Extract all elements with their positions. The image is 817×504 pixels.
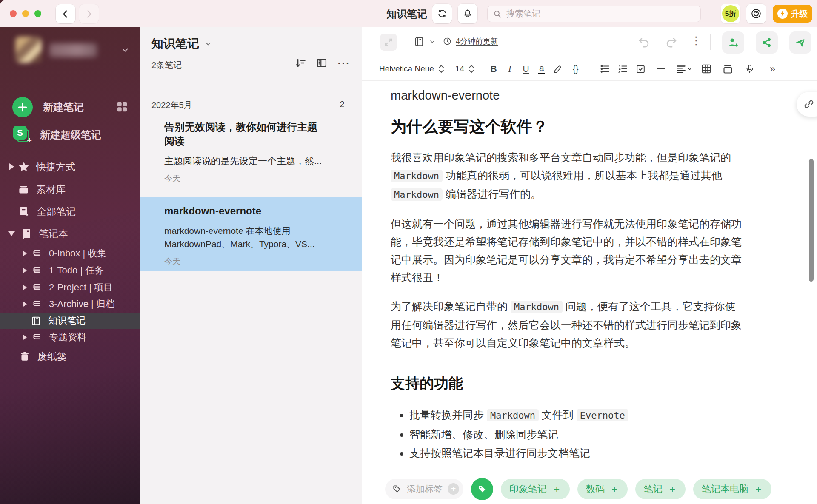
notebook-stack-icon: [31, 299, 42, 310]
note-title[interactable]: markdown-evernote: [391, 88, 746, 103]
plus-icon: ＋: [552, 483, 561, 495]
bold-button[interactable]: B: [486, 64, 502, 74]
add-tag-placeholder: 添加标签: [407, 483, 443, 495]
back-button[interactable]: [56, 4, 75, 23]
sort-icon[interactable]: [294, 57, 306, 69]
tag-suggestion[interactable]: 笔记＋: [635, 479, 686, 499]
editor-scrollbar[interactable]: [809, 159, 814, 282]
publish-button[interactable]: [789, 31, 811, 54]
bell-icon: [463, 9, 473, 19]
caret-right-icon[interactable]: [9, 163, 14, 170]
notifications-button[interactable]: [458, 4, 477, 23]
note-list-title[interactable]: 知识笔记: [151, 36, 212, 52]
new-super-note-button[interactable]: S + 新建超级笔记: [0, 124, 140, 145]
align-button[interactable]: [672, 63, 697, 74]
expand-note-button[interactable]: [380, 34, 397, 51]
stepper-icon[interactable]: [468, 65, 474, 73]
microphone-button[interactable]: [740, 64, 760, 74]
notebook-stack-icon: [31, 265, 42, 276]
close-window-button[interactable]: [10, 10, 17, 17]
redo-icon[interactable]: [665, 36, 678, 48]
sync-button[interactable]: [432, 4, 452, 23]
discount-badge-button[interactable]: 5折: [721, 4, 740, 23]
note-document[interactable]: markdown-evernote 为什么要写这个软件？ 我很喜欢用印象笔记的搜…: [391, 83, 746, 462]
caret-right-icon[interactable]: [23, 301, 27, 307]
plus-icon: ＋: [668, 483, 677, 495]
note-list-item-selected[interactable]: markdown-evernote markdown-evernote 在本地使…: [140, 197, 362, 271]
sidebar-item-trash[interactable]: 废纸篓: [0, 347, 140, 366]
caret-down-icon[interactable]: [8, 231, 15, 236]
caret-right-icon[interactable]: [23, 251, 27, 256]
plus-icon: ＋: [754, 483, 763, 495]
doc-bullet: 支持按照笔记本目录进行同步文档笔记: [409, 444, 746, 462]
notebook-stack-icon: [31, 332, 42, 343]
search-input[interactable]: [506, 9, 685, 19]
checkbox-button[interactable]: [632, 64, 650, 74]
code-block-button[interactable]: {}: [566, 64, 585, 74]
sidebar-item-inbox[interactable]: 0-Inbox | 收集: [0, 245, 140, 262]
plus-icon[interactable]: +: [448, 483, 459, 495]
more-actions-icon[interactable]: ⋮: [691, 34, 702, 47]
share-button[interactable]: [756, 31, 778, 54]
sidebar-item-knowledge-notes-selected[interactable]: 知识笔记: [0, 313, 140, 329]
sidebar-item-notebooks[interactable]: 笔记本: [0, 224, 140, 243]
undo-icon[interactable]: [637, 36, 650, 48]
sidebar-item-todo[interactable]: 1-Todo | 任务: [0, 262, 140, 279]
sidebar-item-project[interactable]: 2-Project | 项目: [0, 279, 140, 296]
sidebar-item-archive[interactable]: 3-Archive | 归档: [0, 296, 140, 313]
add-tag-field[interactable]: 添加标签 +: [385, 479, 463, 499]
upgrade-button[interactable]: 升级: [773, 5, 812, 23]
sidebar-item-materials[interactable]: 素材库: [0, 180, 140, 199]
grid-view-icon[interactable]: [116, 100, 129, 113]
smart-tag-button[interactable]: [471, 478, 493, 500]
discount-badge: 5折: [722, 5, 739, 22]
avatar[interactable]: [15, 37, 42, 63]
more-options-icon[interactable]: ⋯: [337, 59, 350, 67]
italic-button[interactable]: I: [502, 64, 518, 74]
chevron-right-icon: [84, 9, 94, 19]
sidebar: 新建笔记 S + 新建超级笔记 快捷方式 素材库 全部笔记 笔记本 0-Inbo…: [0, 27, 140, 504]
attachment-button[interactable]: [716, 63, 740, 75]
minimize-window-button[interactable]: [22, 10, 29, 17]
underline-button[interactable]: U: [518, 64, 534, 74]
search-field[interactable]: [487, 6, 701, 22]
plus-icon: ＋: [610, 483, 619, 495]
sidebar-item-shortcuts[interactable]: 快捷方式: [0, 157, 140, 176]
tag-icon: [392, 484, 402, 494]
caret-right-icon[interactable]: [23, 268, 27, 273]
tag-suggestion[interactable]: 笔记本电脑＋: [693, 479, 771, 499]
sidebar-item-topic[interactable]: 专题资料: [0, 329, 140, 346]
bullet-list-button[interactable]: [596, 63, 614, 74]
chevron-down-icon[interactable]: [204, 40, 212, 48]
tag-suggestion[interactable]: 印象笔记＋: [501, 479, 570, 499]
note-list-panel: 知识笔记 2条笔记 ⋯ 2022年5月 2 告别无效阅读，教你如何进行主题阅读 …: [140, 27, 362, 504]
account-name-redacted[interactable]: [49, 43, 97, 57]
account-chevron-down-icon[interactable]: [121, 46, 129, 54]
note-notebook-button[interactable]: [414, 36, 436, 47]
highlight-button[interactable]: [549, 64, 566, 74]
forward-button[interactable]: [79, 4, 99, 23]
sidebar-item-all-notes[interactable]: 全部笔记: [0, 202, 140, 221]
tag-suggestion[interactable]: 数码＋: [577, 479, 628, 499]
zoom-window-button[interactable]: [34, 10, 41, 17]
membership-button[interactable]: [746, 4, 766, 23]
more-formatting-icon[interactable]: »: [770, 63, 775, 75]
numbered-list-button[interactable]: [614, 63, 632, 74]
copy-link-button[interactable]: [797, 92, 817, 117]
doc-paragraph: 为了解决印象笔记自带的 Markdown 问题，便有了这个工具，它支持你使用任何…: [391, 297, 746, 352]
note-list-item[interactable]: 告别无效阅读，教你如何进行主题阅读 主题阅读说的是先设定一个主题，然... 今天: [140, 114, 362, 197]
stepper-icon[interactable]: [438, 65, 444, 73]
font-family-select[interactable]: Helvetica Neue: [379, 64, 434, 74]
traffic-lights: [10, 10, 41, 17]
doc-bullet: 批量转换并同步 Markdown 文件到 Evernote: [409, 405, 746, 425]
font-color-button[interactable]: a: [538, 63, 545, 74]
invite-button[interactable]: [722, 31, 744, 54]
font-size-select[interactable]: 14: [455, 64, 464, 74]
search-icon: [493, 9, 502, 19]
caret-right-icon[interactable]: [23, 334, 27, 340]
last-updated[interactable]: 4分钟前更新: [443, 36, 498, 46]
table-button[interactable]: [697, 63, 716, 74]
divider-button[interactable]: [650, 63, 672, 74]
layout-columns-icon[interactable]: [316, 57, 328, 69]
caret-right-icon[interactable]: [23, 285, 27, 290]
